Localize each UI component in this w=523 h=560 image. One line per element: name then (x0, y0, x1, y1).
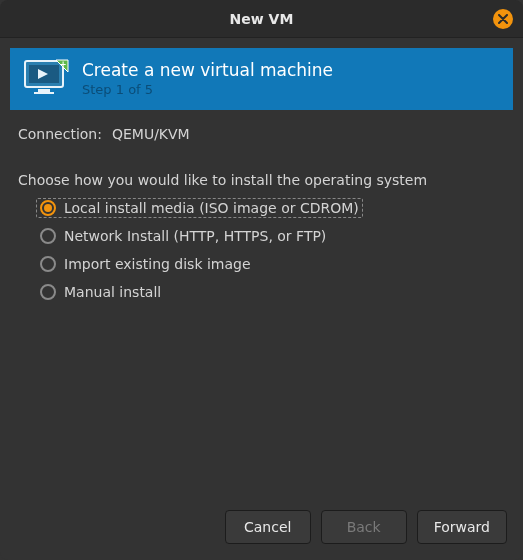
connection-label: Connection: (18, 126, 102, 142)
radio-indicator (40, 228, 56, 244)
connection-row: Connection: QEMU/KVM (18, 126, 505, 142)
svg-text:+: + (60, 60, 67, 69)
cancel-button[interactable]: Cancel (225, 510, 311, 544)
wizard-content: Connection: QEMU/KVM Choose how you woul… (0, 110, 523, 500)
titlebar: New VM (0, 0, 523, 38)
install-prompt: Choose how you would like to install the… (18, 172, 505, 188)
radio-manual-install[interactable]: Manual install (36, 282, 165, 302)
button-label: Cancel (244, 519, 291, 535)
button-label: Forward (434, 519, 490, 535)
radio-indicator (40, 284, 56, 300)
window-title: New VM (230, 11, 294, 27)
wizard-banner: + Create a new virtual machine Step 1 of… (10, 48, 513, 110)
radio-label: Manual install (64, 284, 161, 300)
radio-label: Local install media (ISO image or CDROM) (64, 200, 359, 216)
connection-value: QEMU/KVM (112, 126, 190, 142)
install-method-group: Local install media (ISO image or CDROM)… (18, 198, 505, 302)
button-row: Cancel Back Forward (0, 500, 523, 560)
vm-monitor-icon: + (24, 58, 70, 98)
button-label: Back (347, 519, 381, 535)
forward-button[interactable]: Forward (417, 510, 507, 544)
radio-label: Network Install (HTTP, HTTPS, or FTP) (64, 228, 326, 244)
close-button[interactable] (493, 9, 513, 29)
banner-title: Create a new virtual machine (82, 60, 333, 80)
svg-rect-3 (38, 89, 50, 92)
back-button: Back (321, 510, 407, 544)
new-vm-window: New VM + Create a new virtual machine St… (0, 0, 523, 560)
radio-indicator (40, 256, 56, 272)
svg-rect-4 (34, 92, 54, 94)
banner-step: Step 1 of 5 (82, 82, 333, 97)
radio-label: Import existing disk image (64, 256, 251, 272)
close-icon (498, 14, 508, 24)
radio-indicator (40, 200, 56, 216)
radio-local-media[interactable]: Local install media (ISO image or CDROM) (36, 198, 363, 218)
radio-import-disk[interactable]: Import existing disk image (36, 254, 255, 274)
radio-network-install[interactable]: Network Install (HTTP, HTTPS, or FTP) (36, 226, 330, 246)
